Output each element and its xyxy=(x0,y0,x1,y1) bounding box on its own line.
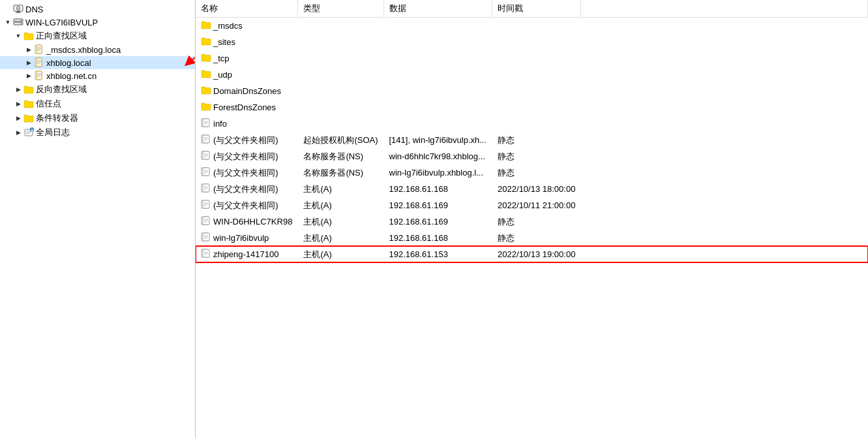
cell-data xyxy=(383,83,492,99)
cell-type xyxy=(298,67,383,83)
record-icon xyxy=(201,215,213,228)
table-row[interactable]: (与父文件夹相同)名称服务器(NS)win-lg7i6ibvulp.xhblog… xyxy=(196,164,868,181)
cell-type xyxy=(298,116,383,132)
record-icon xyxy=(201,248,213,260)
tree-label-trust: 信任点 xyxy=(36,98,61,110)
cell-name: _sites xyxy=(196,34,298,50)
expand-reverse[interactable]: ▶ xyxy=(13,84,23,95)
zone-msdcs-icon xyxy=(34,44,44,55)
svg-point-9 xyxy=(21,23,22,24)
table-row[interactable]: (与父文件夹相同)主机(A)192.168.61.1692022/10/11 2… xyxy=(196,197,868,213)
tree-label-global-log: 全局日志 xyxy=(36,127,70,138)
tree-item-xhblog-local[interactable]: ▶ xhblog.local xyxy=(0,56,195,69)
cell-extra xyxy=(581,116,868,132)
expand-global-log[interactable]: ▶ xyxy=(13,127,23,138)
svg-rect-16 xyxy=(37,58,42,67)
tree-item-reverse[interactable]: ▶ 反向查找区域 xyxy=(0,82,195,97)
cell-name: zhipeng-1417100 xyxy=(196,246,298,262)
cell-name-text: _sites xyxy=(213,37,235,47)
cell-type: 名称服务器(NS) xyxy=(298,148,383,164)
cell-timestamp: 2022/10/13 18:00:00 xyxy=(492,181,581,197)
cell-extra xyxy=(581,50,868,67)
tree-label-server: WIN-LG7I6IBVULP xyxy=(25,18,98,27)
cell-name: _msdcs xyxy=(196,18,298,35)
folder-icon xyxy=(201,36,213,48)
folder-icon xyxy=(201,20,213,32)
folder-conditional-icon xyxy=(23,113,34,123)
expand-trust[interactable]: ▶ xyxy=(13,99,23,109)
cell-data: win-lg7i6ibvulp.xhblog.l... xyxy=(383,164,492,181)
cell-name-text: _msdcs xyxy=(213,21,243,31)
folder-icon xyxy=(201,85,213,97)
cell-extra xyxy=(581,213,868,230)
tree-item-global-log[interactable]: ▶ g 全局日志 xyxy=(0,125,195,140)
cell-name-text: _udp xyxy=(213,70,232,80)
table-row[interactable]: _sites xyxy=(196,34,868,50)
cell-name: DomainDnsZones xyxy=(196,83,298,99)
tree-item-trust[interactable]: ▶ 信任点 xyxy=(0,97,195,111)
tree-item-forward[interactable]: ▼ 正向查找区域 xyxy=(0,29,195,43)
table-row[interactable]: win-lg7i6ibvulp主机(A)192.168.61.168静态 xyxy=(196,230,868,246)
table-row[interactable]: _tcp xyxy=(196,50,868,67)
expand-conditional[interactable]: ▶ xyxy=(13,113,23,123)
tree-item-dns-root[interactable]: ▶ DNS xyxy=(0,3,195,16)
cell-name: (与父文件夹相同) xyxy=(196,197,298,213)
record-icon xyxy=(201,117,213,130)
expand-forward[interactable]: ▼ xyxy=(13,31,23,41)
cell-timestamp: 静态 xyxy=(492,164,581,181)
table-row[interactable]: (与父文件夹相同)名称服务器(NS)win-d6hhlc7kr98.xhblog… xyxy=(196,148,868,164)
cell-extra xyxy=(581,18,868,35)
cell-timestamp xyxy=(492,83,581,99)
table-row[interactable]: ForestDnsZones xyxy=(196,99,868,116)
cell-name-text: WIN-D6HHLC7KR98 xyxy=(213,217,292,227)
svg-text:g: g xyxy=(31,128,33,132)
cell-type: 主机(A) xyxy=(298,197,383,213)
folder-trust-icon xyxy=(23,99,34,109)
tree-item-msdcs[interactable]: ▶ _msdcs.xhblog.loca xyxy=(0,43,195,56)
cell-type: 主机(A) xyxy=(298,213,383,230)
cell-data xyxy=(383,116,492,132)
main-container: ▶ DNS ▼ xyxy=(0,0,868,438)
dns-icon xyxy=(13,4,23,14)
cell-data: win-d6hhlc7kr98.xhblog... xyxy=(383,148,492,164)
cell-name: info xyxy=(196,116,298,132)
cell-type: 主机(A) xyxy=(298,230,383,246)
table-row[interactable]: (与父文件夹相同)起始授权机构(SOA)[141], win-lg7i6ibvu… xyxy=(196,132,868,148)
tree-item-xhblog-net[interactable]: ▶ xhblog.net.cn xyxy=(0,69,195,82)
cell-name: (与父文件夹相同) xyxy=(196,164,298,181)
cell-type xyxy=(298,34,383,50)
cell-data: [141], win-lg7i6ibvulp.xh... xyxy=(383,132,492,148)
cell-timestamp: 静态 xyxy=(492,213,581,230)
expand-xhblog-local[interactable]: ▶ xyxy=(23,57,34,68)
cell-data: 192.168.61.169 xyxy=(383,213,492,230)
col-data: 数据 xyxy=(383,0,492,18)
record-icon xyxy=(201,199,213,211)
col-timestamp: 时间戳 xyxy=(492,0,581,18)
expand-server[interactable]: ▼ xyxy=(3,17,13,27)
folder-reverse-icon xyxy=(23,84,34,95)
table-row[interactable]: zhipeng-1417100主机(A)192.168.61.1532022/1… xyxy=(196,246,868,262)
tree-item-server[interactable]: ▼ WIN-LG7I6IBVULP xyxy=(0,16,195,29)
cell-type: 主机(A) xyxy=(298,181,383,197)
table-row[interactable]: DomainDnsZones xyxy=(196,83,868,99)
expand-msdcs[interactable]: ▶ xyxy=(23,44,34,55)
cell-name-text: ForestDnsZones xyxy=(213,102,276,112)
expand-xhblog-net[interactable]: ▶ xyxy=(23,70,34,81)
table-header-row: 名称 类型 数据 时间戳 xyxy=(196,0,868,18)
cell-timestamp xyxy=(492,116,581,132)
table-row[interactable]: _msdcs xyxy=(196,18,868,35)
col-extra xyxy=(581,0,868,18)
table-row[interactable]: info xyxy=(196,116,868,132)
cell-extra xyxy=(581,99,868,116)
table-row[interactable]: WIN-D6HHLC7KR98主机(A)192.168.61.169静态 xyxy=(196,213,868,230)
cell-timestamp xyxy=(492,18,581,35)
cell-type: 名称服务器(NS) xyxy=(298,164,383,181)
cell-data: 192.168.61.168 xyxy=(383,181,492,197)
cell-name-text: (与父文件夹相同) xyxy=(213,151,278,163)
cell-name: _udp xyxy=(196,67,298,83)
record-icon xyxy=(201,166,213,179)
cell-name: (与父文件夹相同) xyxy=(196,148,298,164)
tree-item-conditional[interactable]: ▶ 条件转发器 xyxy=(0,111,195,125)
table-row[interactable]: (与父文件夹相同)主机(A)192.168.61.1682022/10/13 1… xyxy=(196,181,868,197)
table-row[interactable]: _udp xyxy=(196,67,868,83)
